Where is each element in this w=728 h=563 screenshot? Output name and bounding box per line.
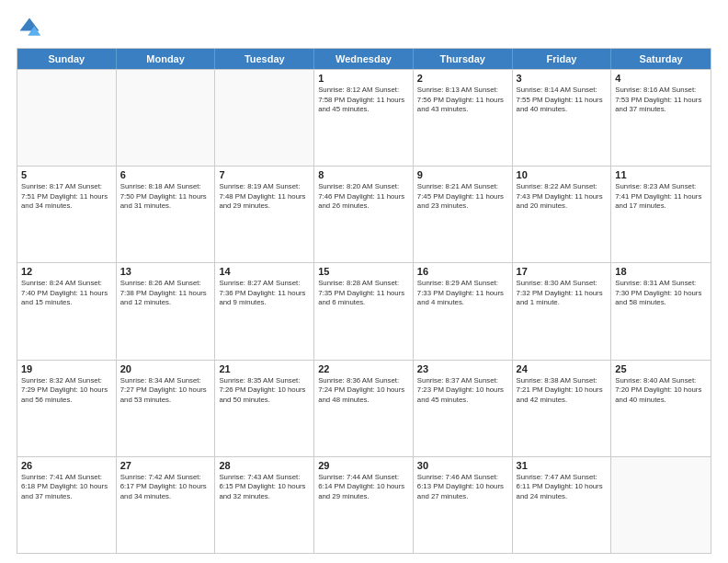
empty-cell xyxy=(117,70,216,166)
cell-info: Sunrise: 8:28 AM Sunset: 7:35 PM Dayligh… xyxy=(318,279,409,308)
day-cell-6: 6Sunrise: 8:18 AM Sunset: 7:50 PM Daylig… xyxy=(117,167,216,262)
cell-info: Sunrise: 8:35 AM Sunset: 7:26 PM Dayligh… xyxy=(219,376,310,406)
day-cell-28: 28Sunrise: 7:43 AM Sunset: 6:15 PM Dayli… xyxy=(215,457,314,553)
cell-info: Sunrise: 8:23 AM Sunset: 7:41 PM Dayligh… xyxy=(615,182,707,212)
day-number: 8 xyxy=(318,169,409,180)
day-cell-15: 15Sunrise: 8:28 AM Sunset: 7:35 PM Dayli… xyxy=(314,263,414,359)
day-number: 30 xyxy=(417,460,508,471)
cell-info: Sunrise: 8:32 AM Sunset: 7:29 PM Dayligh… xyxy=(21,376,112,406)
day-number: 3 xyxy=(517,73,608,84)
page: SundayMondayTuesdayWednesdayThursdayFrid… xyxy=(0,0,728,563)
empty-cell xyxy=(17,70,117,166)
day-number: 9 xyxy=(417,169,508,180)
day-cell-22: 22Sunrise: 8:36 AM Sunset: 7:24 PM Dayli… xyxy=(314,361,414,456)
day-number: 6 xyxy=(120,169,211,180)
day-number: 24 xyxy=(517,363,608,374)
day-cell-8: 8Sunrise: 8:20 AM Sunset: 7:46 PM Daylig… xyxy=(314,167,414,262)
day-number: 2 xyxy=(417,73,508,84)
day-number: 20 xyxy=(120,363,211,374)
cell-info: Sunrise: 8:21 AM Sunset: 7:45 PM Dayligh… xyxy=(417,182,508,212)
cell-info: Sunrise: 8:14 AM Sunset: 7:55 PM Dayligh… xyxy=(517,86,608,115)
cell-info: Sunrise: 8:17 AM Sunset: 7:51 PM Dayligh… xyxy=(21,182,112,212)
header-day-tuesday: Tuesday xyxy=(215,49,314,69)
day-number: 4 xyxy=(615,73,707,84)
cell-info: Sunrise: 8:20 AM Sunset: 7:46 PM Dayligh… xyxy=(318,182,409,212)
logo-icon xyxy=(17,15,42,40)
day-cell-4: 4Sunrise: 8:16 AM Sunset: 7:53 PM Daylig… xyxy=(611,70,711,166)
day-number: 7 xyxy=(219,169,310,180)
day-number: 13 xyxy=(120,266,211,277)
cell-info: Sunrise: 8:29 AM Sunset: 7:33 PM Dayligh… xyxy=(417,279,508,308)
day-number: 1 xyxy=(318,73,409,84)
cell-info: Sunrise: 8:26 AM Sunset: 7:38 PM Dayligh… xyxy=(120,279,211,308)
cell-info: Sunrise: 8:30 AM Sunset: 7:32 PM Dayligh… xyxy=(517,279,608,308)
day-number: 5 xyxy=(21,169,112,180)
week-row-5: 26Sunrise: 7:41 AM Sunset: 6:18 PM Dayli… xyxy=(17,456,711,553)
day-cell-12: 12Sunrise: 8:24 AM Sunset: 7:40 PM Dayli… xyxy=(17,263,117,359)
week-row-4: 19Sunrise: 8:32 AM Sunset: 7:29 PM Dayli… xyxy=(17,360,711,456)
day-number: 17 xyxy=(517,266,608,277)
day-number: 23 xyxy=(417,363,508,374)
header xyxy=(17,15,711,40)
day-cell-2: 2Sunrise: 8:13 AM Sunset: 7:56 PM Daylig… xyxy=(414,70,513,166)
day-cell-9: 9Sunrise: 8:21 AM Sunset: 7:45 PM Daylig… xyxy=(414,167,513,262)
day-cell-27: 27Sunrise: 7:42 AM Sunset: 6:17 PM Dayli… xyxy=(117,457,216,553)
logo xyxy=(17,15,46,40)
day-cell-30: 30Sunrise: 7:46 AM Sunset: 6:13 PM Dayli… xyxy=(414,457,513,553)
cell-info: Sunrise: 8:16 AM Sunset: 7:53 PM Dayligh… xyxy=(615,86,707,115)
day-cell-19: 19Sunrise: 8:32 AM Sunset: 7:29 PM Dayli… xyxy=(17,361,117,456)
day-number: 29 xyxy=(318,460,409,471)
cell-info: Sunrise: 7:42 AM Sunset: 6:17 PM Dayligh… xyxy=(120,473,211,502)
day-number: 25 xyxy=(615,363,707,374)
header-day-wednesday: Wednesday xyxy=(314,49,414,69)
day-cell-11: 11Sunrise: 8:23 AM Sunset: 7:41 PM Dayli… xyxy=(611,167,711,262)
day-number: 16 xyxy=(417,266,508,277)
day-cell-3: 3Sunrise: 8:14 AM Sunset: 7:55 PM Daylig… xyxy=(513,70,612,166)
calendar: SundayMondayTuesdayWednesdayThursdayFrid… xyxy=(17,48,711,554)
cell-info: Sunrise: 8:19 AM Sunset: 7:48 PM Dayligh… xyxy=(219,182,310,212)
day-cell-18: 18Sunrise: 8:31 AM Sunset: 7:30 PM Dayli… xyxy=(611,263,711,359)
calendar-header: SundayMondayTuesdayWednesdayThursdayFrid… xyxy=(17,49,711,69)
day-number: 22 xyxy=(318,363,409,374)
day-cell-5: 5Sunrise: 8:17 AM Sunset: 7:51 PM Daylig… xyxy=(17,167,117,262)
header-day-thursday: Thursday xyxy=(414,49,513,69)
day-cell-13: 13Sunrise: 8:26 AM Sunset: 7:38 PM Dayli… xyxy=(117,263,216,359)
day-number: 15 xyxy=(318,266,409,277)
day-number: 21 xyxy=(219,363,310,374)
day-cell-10: 10Sunrise: 8:22 AM Sunset: 7:43 PM Dayli… xyxy=(513,167,612,262)
cell-info: Sunrise: 8:37 AM Sunset: 7:23 PM Dayligh… xyxy=(417,376,508,406)
cell-info: Sunrise: 7:46 AM Sunset: 6:13 PM Dayligh… xyxy=(417,473,508,502)
header-day-friday: Friday xyxy=(513,49,612,69)
empty-cell xyxy=(611,457,711,553)
cell-info: Sunrise: 8:38 AM Sunset: 7:21 PM Dayligh… xyxy=(517,376,608,406)
day-number: 10 xyxy=(517,169,608,180)
cell-info: Sunrise: 8:31 AM Sunset: 7:30 PM Dayligh… xyxy=(615,279,707,308)
day-cell-1: 1Sunrise: 8:12 AM Sunset: 7:58 PM Daylig… xyxy=(314,70,414,166)
cell-info: Sunrise: 7:47 AM Sunset: 6:11 PM Dayligh… xyxy=(517,473,608,502)
day-cell-29: 29Sunrise: 7:44 AM Sunset: 6:14 PM Dayli… xyxy=(314,457,414,553)
cell-info: Sunrise: 7:44 AM Sunset: 6:14 PM Dayligh… xyxy=(318,473,409,502)
week-row-2: 5Sunrise: 8:17 AM Sunset: 7:51 PM Daylig… xyxy=(17,166,711,262)
calendar-body: 1Sunrise: 8:12 AM Sunset: 7:58 PM Daylig… xyxy=(17,69,711,553)
cell-info: Sunrise: 8:40 AM Sunset: 7:20 PM Dayligh… xyxy=(615,376,707,406)
day-cell-17: 17Sunrise: 8:30 AM Sunset: 7:32 PM Dayli… xyxy=(513,263,612,359)
cell-info: Sunrise: 8:36 AM Sunset: 7:24 PM Dayligh… xyxy=(318,376,409,406)
day-cell-20: 20Sunrise: 8:34 AM Sunset: 7:27 PM Dayli… xyxy=(117,361,216,456)
day-number: 26 xyxy=(21,460,112,471)
week-row-1: 1Sunrise: 8:12 AM Sunset: 7:58 PM Daylig… xyxy=(17,69,711,166)
empty-cell xyxy=(215,70,314,166)
day-cell-16: 16Sunrise: 8:29 AM Sunset: 7:33 PM Dayli… xyxy=(414,263,513,359)
cell-info: Sunrise: 7:43 AM Sunset: 6:15 PM Dayligh… xyxy=(219,473,310,502)
cell-info: Sunrise: 7:41 AM Sunset: 6:18 PM Dayligh… xyxy=(21,473,112,502)
day-cell-14: 14Sunrise: 8:27 AM Sunset: 7:36 PM Dayli… xyxy=(215,263,314,359)
day-cell-31: 31Sunrise: 7:47 AM Sunset: 6:11 PM Dayli… xyxy=(513,457,612,553)
day-number: 28 xyxy=(219,460,310,471)
day-cell-25: 25Sunrise: 8:40 AM Sunset: 7:20 PM Dayli… xyxy=(611,361,711,456)
day-number: 12 xyxy=(21,266,112,277)
cell-info: Sunrise: 8:34 AM Sunset: 7:27 PM Dayligh… xyxy=(120,376,211,406)
header-day-saturday: Saturday xyxy=(611,49,711,69)
cell-info: Sunrise: 8:12 AM Sunset: 7:58 PM Dayligh… xyxy=(318,86,409,115)
header-day-monday: Monday xyxy=(117,49,216,69)
day-number: 31 xyxy=(517,460,608,471)
day-number: 11 xyxy=(615,169,707,180)
